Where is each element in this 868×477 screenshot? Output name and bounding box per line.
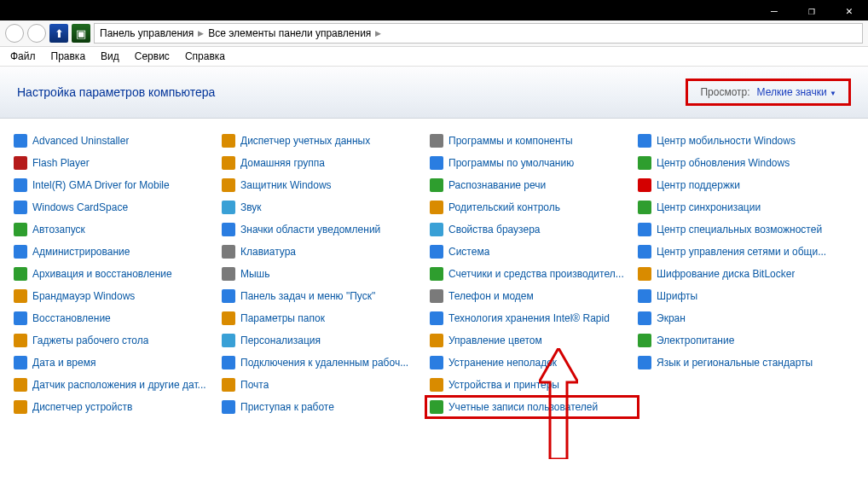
cpl-item[interactable]: Учетные записи пользователей: [425, 395, 639, 419]
cpl-item[interactable]: Дата и время: [14, 354, 218, 371]
cpl-item[interactable]: Центр обновления Windows: [638, 154, 842, 172]
cpl-item[interactable]: Защитник Windows: [222, 177, 426, 194]
cpl-item[interactable]: Приступая к работе: [222, 398, 426, 416]
cpl-item-label[interactable]: Подключения к удаленным рабоч...: [240, 357, 408, 369]
cpl-item[interactable]: Мышь: [222, 265, 426, 282]
cpl-item-label[interactable]: Шрифты: [657, 290, 697, 302]
breadcrumb-root[interactable]: Панель управления: [100, 27, 194, 39]
close-button[interactable]: ✕: [830, 0, 868, 20]
cpl-item-label[interactable]: Клавиатура: [240, 246, 296, 258]
cpl-item-label[interactable]: Центр поддержки: [657, 179, 740, 191]
cpl-item[interactable]: Брандмауэр Windows: [14, 288, 218, 305]
cpl-item-label[interactable]: Брандмауэр Windows: [32, 290, 135, 302]
cpl-item-label[interactable]: Значки области уведомлений: [240, 224, 380, 236]
cpl-item[interactable]: Flash Player: [14, 154, 218, 172]
breadcrumb-bar[interactable]: Панель управления ▶ Все элементы панели …: [94, 23, 863, 44]
cpl-item[interactable]: Шифрование диска BitLocker: [638, 265, 842, 282]
cpl-item[interactable]: Свойства браузера: [430, 221, 634, 238]
cpl-item[interactable]: Автозапуск: [14, 221, 218, 238]
cpl-item[interactable]: Администрирование: [14, 243, 218, 260]
cpl-item[interactable]: Центр специальных возможностей: [638, 221, 842, 238]
cpl-item-label[interactable]: Экран: [657, 312, 686, 324]
menu-help[interactable]: Справка: [185, 50, 225, 62]
cpl-item[interactable]: Гаджеты рабочего стола: [14, 332, 218, 349]
maximize-button[interactable]: ❐: [793, 0, 830, 20]
cpl-item[interactable]: Датчик расположения и другие дат...: [14, 376, 218, 393]
cpl-item[interactable]: Центр поддержки: [638, 177, 842, 194]
cpl-item[interactable]: Программы по умолчанию: [430, 154, 634, 172]
cpl-item-label[interactable]: Устранение неполадок: [448, 357, 557, 369]
menu-view[interactable]: Вид: [101, 50, 119, 62]
cpl-item-label[interactable]: Звук: [240, 201, 262, 213]
cpl-item-label[interactable]: Программы и компоненты: [448, 135, 573, 147]
menu-file[interactable]: Файл: [10, 50, 36, 62]
cpl-item-label[interactable]: Приступая к работе: [240, 401, 334, 413]
cpl-item-label[interactable]: Датчик расположения и другие дат...: [32, 379, 206, 391]
up-icon[interactable]: ⬆: [49, 24, 68, 43]
cpl-item-label[interactable]: Windows CardSpace: [32, 201, 128, 213]
cpl-item[interactable]: Шрифты: [638, 288, 842, 305]
cpl-item-label[interactable]: Архивация и восстановление: [32, 268, 172, 280]
cpl-item-label[interactable]: Родительский контроль: [448, 201, 560, 213]
cpl-item[interactable]: Устранение неполадок: [430, 354, 634, 371]
cpl-item-label[interactable]: Центр специальных возможностей: [657, 224, 822, 236]
cpl-item-label[interactable]: Мышь: [240, 268, 270, 280]
cpl-item-label[interactable]: Программы по умолчанию: [448, 157, 574, 169]
cpl-item[interactable]: Распознавание речи: [430, 177, 634, 194]
cpl-item[interactable]: Экран: [638, 310, 842, 327]
cpl-item-label[interactable]: Устройства и принтеры: [448, 379, 559, 391]
cpl-item[interactable]: Диспетчер устройств: [14, 398, 218, 416]
cpl-item[interactable]: Телефон и модем: [430, 288, 634, 305]
cpl-item-label[interactable]: Защитник Windows: [240, 179, 332, 191]
forward-button[interactable]: [27, 24, 46, 43]
cpl-item-label[interactable]: Параметры папок: [240, 312, 325, 324]
cpl-item[interactable]: Язык и региональные стандарты: [638, 354, 842, 371]
cpl-item[interactable]: Windows CardSpace: [14, 199, 218, 216]
cpl-item-label[interactable]: Гаджеты рабочего стола: [32, 334, 148, 346]
minimize-button[interactable]: —: [755, 0, 793, 20]
cpl-item-label[interactable]: Центр синхронизации: [657, 201, 761, 213]
menu-tools[interactable]: Сервис: [135, 50, 170, 62]
cpl-item-label[interactable]: Автозапуск: [32, 224, 85, 236]
view-value[interactable]: Мелкие значки ▼: [757, 86, 836, 98]
cpl-item[interactable]: Подключения к удаленным рабоч...: [222, 354, 426, 371]
cpl-item[interactable]: Advanced Uninstaller: [14, 132, 218, 149]
cpl-item[interactable]: Почта: [222, 376, 426, 393]
cpl-item[interactable]: Архивация и восстановление: [14, 265, 218, 282]
menu-edit[interactable]: Правка: [51, 50, 86, 62]
cpl-item-label[interactable]: Восстановление: [32, 312, 111, 324]
cpl-item[interactable]: Управление цветом: [430, 332, 634, 349]
cpl-item[interactable]: Восстановление: [14, 310, 218, 327]
cpl-item-label[interactable]: Дата и время: [32, 357, 95, 369]
cpl-item[interactable]: Электропитание: [638, 332, 842, 349]
cpl-item-label[interactable]: Телефон и модем: [448, 290, 534, 302]
breadcrumb-sub[interactable]: Все элементы панели управления: [208, 27, 371, 39]
cpl-item-label[interactable]: Flash Player: [32, 157, 90, 169]
cpl-item-label[interactable]: Шифрование диска BitLocker: [657, 268, 795, 280]
cpl-item-label[interactable]: Домашняя группа: [240, 157, 325, 169]
back-button[interactable]: [5, 24, 24, 43]
cpl-item-label[interactable]: Центр управления сетями и общи...: [657, 246, 826, 258]
cpl-item[interactable]: Центр управления сетями и общи...: [638, 243, 842, 260]
cpl-item[interactable]: Значки области уведомлений: [222, 221, 426, 238]
cpl-item-label[interactable]: Учетные записи пользователей: [448, 401, 598, 413]
cpl-item[interactable]: Система: [430, 243, 634, 260]
cpl-item-label[interactable]: Персонализация: [240, 334, 321, 346]
cpl-item[interactable]: Клавиатура: [222, 243, 426, 260]
cpl-item-label[interactable]: Язык и региональные стандарты: [657, 357, 813, 369]
cpl-item[interactable]: Технология хранения Intel® Rapid: [430, 310, 634, 327]
cpl-item-label[interactable]: Почта: [240, 379, 269, 391]
cpl-item-label[interactable]: Центр обновления Windows: [657, 157, 790, 169]
cpl-item[interactable]: Персонализация: [222, 332, 426, 349]
cpl-item[interactable]: Программы и компоненты: [430, 132, 634, 149]
cpl-item-label[interactable]: Диспетчер учетных данных: [240, 135, 370, 147]
cpl-item[interactable]: Домашняя группа: [222, 154, 426, 172]
cpl-item-label[interactable]: Intel(R) GMA Driver for Mobile: [32, 179, 170, 191]
cpl-item-label[interactable]: Система: [448, 246, 489, 258]
cpl-item[interactable]: Intel(R) GMA Driver for Mobile: [14, 177, 218, 194]
view-selector[interactable]: Просмотр: Мелкие значки ▼: [686, 79, 851, 106]
cpl-item-label[interactable]: Счетчики и средства производител...: [448, 268, 624, 280]
cpl-item[interactable]: Диспетчер учетных данных: [222, 132, 426, 149]
control-panel-icon[interactable]: ▣: [72, 24, 90, 43]
cpl-item-label[interactable]: Центр мобильности Windows: [657, 135, 796, 147]
